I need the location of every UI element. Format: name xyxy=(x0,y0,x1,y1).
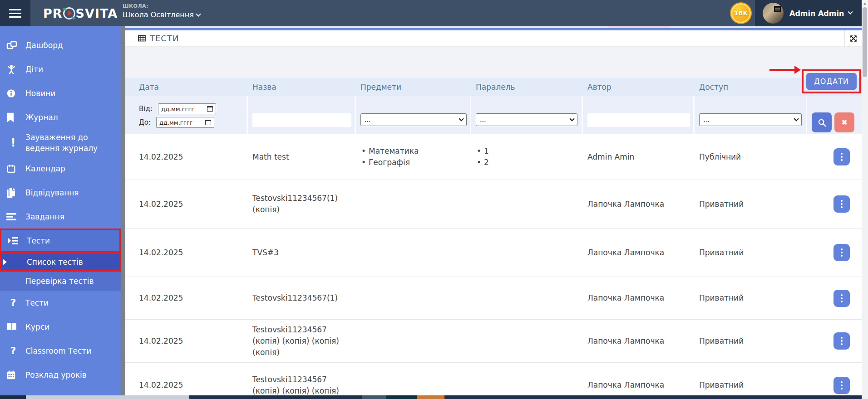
cell-subjects: МатематикаГеографія xyxy=(356,134,471,180)
question-icon: ? xyxy=(6,346,20,356)
cell-parallels xyxy=(471,277,583,319)
author-filter-input[interactable] xyxy=(587,113,690,127)
calendar-icon xyxy=(6,164,20,173)
scroll-up-arrow-icon[interactable]: ▲ xyxy=(862,0,868,7)
cell-name: Testovski11234567(1)(копія) xyxy=(248,180,356,228)
cell-actions xyxy=(807,180,862,228)
annotation-arrow xyxy=(769,69,795,71)
cell-subjects xyxy=(356,180,471,228)
cell-access: Приватний xyxy=(695,229,807,277)
row-actions-button[interactable] xyxy=(833,332,850,350)
sidebar-item-діти[interactable]: Діти xyxy=(0,57,121,81)
sidebar-item-розклад-уроків[interactable]: Розклад уроків xyxy=(0,363,121,387)
sidebar-scrollbar[interactable] xyxy=(121,26,125,395)
tasks-icon xyxy=(6,213,20,221)
sidebar-item-дашборд[interactable]: Дашборд xyxy=(0,33,121,57)
filter-cell-parallel: ... xyxy=(471,96,583,134)
sidebar-item-label: Діти xyxy=(25,64,43,75)
cell-date: 14.02.2025 xyxy=(125,320,248,362)
column-header-5: Автор xyxy=(583,78,695,96)
row-actions-button[interactable] xyxy=(833,195,850,213)
add-button[interactable]: ДОДАТИ xyxy=(806,73,857,90)
table-header-row: ДатаНазваПредметиПаралельАвторДоступ xyxy=(125,78,862,96)
bottom-strip-segment xyxy=(417,395,444,399)
sidebar-item-label: Розклад уроків xyxy=(25,370,87,380)
sidebar-item-label: Classroom Тести xyxy=(25,345,91,356)
sidebar-item-label: Список тестів xyxy=(27,257,83,268)
cell-parallels xyxy=(471,180,583,228)
table-body: 14.02.2025Math testМатематикаГеографія12… xyxy=(125,134,862,395)
cell-actions xyxy=(807,320,862,362)
logo-play-icon xyxy=(63,7,75,19)
logo-text-post: SVITA xyxy=(76,6,118,20)
filter-cell-access: ... xyxy=(695,96,807,134)
subjects-filter-select[interactable]: ... xyxy=(360,113,467,126)
row-actions-button[interactable] xyxy=(833,290,850,307)
column-header-6: Доступ xyxy=(695,78,807,96)
date-to-input[interactable]: дд.мм.гггг xyxy=(156,117,214,128)
name-filter-input[interactable] xyxy=(252,113,351,127)
cell-access: Приватний xyxy=(695,277,807,319)
sidebar-item-classroom-тести[interactable]: ?Classroom Тести xyxy=(0,339,121,363)
sidebar-item-новини[interactable]: Новини xyxy=(0,81,121,105)
table-row: 14.02.2025Testovski11234567(1)Лапочка Ла… xyxy=(125,277,862,320)
cell-date: 14.02.2025 xyxy=(125,134,248,180)
cell-name: Testovski11234567(копія) (копія) (копія)… xyxy=(248,320,356,362)
sidebar-item-label: Дашборд xyxy=(25,40,63,51)
sidebar: ДашбордДітиНовиниЖурнал!Зауваження до ве… xyxy=(0,26,121,395)
sidebar-item-відвідування[interactable]: Відвідування xyxy=(0,180,121,204)
school-label: ШКОЛА: xyxy=(123,3,200,9)
sidebar-item-label: Перевірка тестів xyxy=(25,276,94,287)
sidebar-item-журнал[interactable]: Журнал xyxy=(0,105,121,129)
row-actions-button[interactable] xyxy=(833,244,850,261)
filter-cell-subjects: ... xyxy=(356,96,471,134)
vertical-scrollbar[interactable]: ▲ xyxy=(862,0,868,399)
dashboard-icon xyxy=(6,40,20,50)
attendance-icon xyxy=(6,188,20,198)
access-filter-select[interactable]: ... xyxy=(699,113,802,126)
expand-fullscreen-icon[interactable] xyxy=(844,30,862,47)
date-to-label: До: xyxy=(139,118,151,127)
cell-actions xyxy=(807,277,862,319)
cell-author: Лапочка Лампочка xyxy=(583,277,695,319)
hamburger-menu-icon[interactable] xyxy=(0,0,30,26)
sidebar-item-тести[interactable]: Тести xyxy=(0,229,121,253)
user-name: Admin Admin xyxy=(789,9,844,18)
cell-parallels xyxy=(471,320,583,362)
row-actions-button[interactable] xyxy=(833,377,850,394)
bottom-strip-segment xyxy=(189,395,362,399)
sidebar-item-label: Тести xyxy=(27,235,50,246)
cell-date: 14.02.2025 xyxy=(125,180,248,228)
tests-icon xyxy=(8,237,21,245)
sidebar-item-label: Тести xyxy=(25,297,49,308)
table-row: 14.02.2025Math testМатематикаГеографія12… xyxy=(125,134,862,180)
search-button[interactable] xyxy=(812,112,832,132)
bookmark-icon xyxy=(6,112,20,122)
sidebar-item-тести[interactable]: ?Тести xyxy=(0,291,121,315)
row-actions-button[interactable] xyxy=(833,148,850,165)
parallel-filter-select[interactable]: ... xyxy=(476,113,577,126)
table-grid-icon xyxy=(138,35,146,42)
cell-date: 14.02.2025 xyxy=(125,277,248,319)
sidebar-item-список-тестів[interactable]: Список тестів xyxy=(0,253,121,272)
sidebar-item-курси[interactable]: Курси xyxy=(0,315,121,339)
cell-author: Лапочка Лампочка xyxy=(583,180,695,228)
avatar xyxy=(763,3,784,24)
bottom-edge-strip xyxy=(0,395,868,399)
chevron-down-icon xyxy=(459,116,464,121)
bottom-strip-segment xyxy=(362,395,386,399)
page-title: ТЕСТИ xyxy=(125,34,179,43)
coins-badge[interactable]: 16K xyxy=(730,2,752,24)
sidebar-item-завдання[interactable]: Завдання xyxy=(0,204,121,229)
scrollbar-thumb[interactable] xyxy=(863,7,867,77)
clear-filter-button[interactable]: ✖ xyxy=(834,112,854,132)
filter-cell-date: Від:дд.мм.ггггДо:дд.мм.гггг xyxy=(125,96,248,134)
sidebar-item-зауваження-до-ведення-журналу[interactable]: !Зауваження до ведення журналу xyxy=(0,129,121,156)
sidebar-item-календар[interactable]: Календар xyxy=(0,156,121,180)
sidebar-item-перевірка-тестів[interactable]: Перевірка тестів xyxy=(0,272,121,291)
date-from-input[interactable]: дд.мм.гггг xyxy=(158,103,216,114)
date-from-label: Від: xyxy=(139,105,153,113)
user-menu[interactable]: Admin Admin xyxy=(755,0,868,26)
calendar-icon xyxy=(207,106,213,112)
school-selector[interactable]: Школа Освітлення xyxy=(123,10,200,19)
